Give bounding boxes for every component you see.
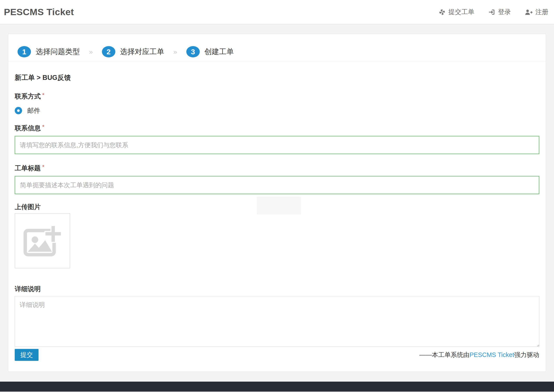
top-nav: 提交工单 登录 — [439, 7, 548, 16]
contact-info-label: 联系信息* — [15, 124, 539, 133]
contact-method-radio-email[interactable]: 邮件 — [15, 106, 539, 115]
pinwheel-icon — [439, 9, 446, 16]
ticket-title-input[interactable] — [15, 176, 539, 194]
sign-in-icon — [488, 9, 495, 16]
nav-item-register[interactable]: 注册 — [525, 7, 548, 16]
step-1-badge: 1 — [18, 46, 31, 57]
step-3: 3 创建工单 — [186, 46, 234, 57]
ticket-title-label-text: 工单标题 — [15, 165, 41, 172]
stepper: 1 选择问题类型 » 2 选择对应工单 » 3 创建工单 — [8, 34, 546, 62]
radio-email-label: 邮件 — [27, 106, 40, 115]
contact-method-label: 联系方式* — [15, 92, 539, 101]
detail-label: 详细说明 — [15, 285, 539, 293]
step-2-badge: 2 — [102, 46, 115, 57]
nav-label-submit-ticket: 提交工单 — [448, 7, 474, 16]
image-plus-icon — [23, 224, 62, 258]
step-separator: » — [89, 48, 93, 56]
upload-file-control[interactable] — [257, 197, 301, 215]
contact-info-input[interactable] — [15, 136, 539, 154]
nav-item-submit-ticket[interactable]: 提交工单 — [439, 7, 474, 16]
breadcrumb: 新工单 > BUG反馈 — [15, 73, 539, 82]
nav-item-login[interactable]: 登录 — [488, 7, 511, 16]
powered-by-suffix: 强力驱动 — [514, 351, 539, 358]
ticket-form-card: 1 选择问题类型 » 2 选择对应工单 » 3 创建工单 新工单 > BUG反馈… — [8, 34, 546, 372]
step-2-label: 选择对应工单 — [120, 47, 164, 57]
bottom-footer-bar — [0, 382, 554, 392]
site-title: PESCMS Ticket — [4, 7, 74, 17]
submit-button[interactable]: 提交 — [15, 349, 39, 361]
step-1-label: 选择问题类型 — [36, 47, 80, 57]
step-separator: » — [173, 48, 177, 56]
header: PESCMS Ticket 提交工单 — [0, 0, 554, 24]
required-asterisk: * — [42, 164, 44, 170]
contact-info-label-text: 联系信息 — [15, 125, 41, 132]
detail-textarea[interactable] — [15, 296, 539, 347]
powered-by-text: ——本工单系统由PESCMS Ticket强力驱动 — [419, 351, 539, 359]
step-3-label: 创建工单 — [205, 47, 234, 57]
submit-row: 提交 ——本工单系统由PESCMS Ticket强力驱动 — [15, 349, 539, 361]
step-1: 1 选择问题类型 — [18, 46, 80, 57]
nav-label-login: 登录 — [498, 7, 511, 16]
required-asterisk: * — [42, 92, 44, 98]
ticket-title-label: 工单标题* — [15, 164, 539, 173]
nav-label-register: 注册 — [535, 7, 548, 16]
powered-by-prefix: ——本工单系统由 — [419, 351, 470, 358]
required-asterisk: * — [42, 124, 44, 130]
user-plus-icon — [525, 9, 533, 15]
upload-image-button[interactable] — [15, 213, 70, 268]
step-3-badge: 3 — [186, 46, 200, 57]
contact-method-label-text: 联系方式 — [15, 93, 41, 100]
step-2: 2 选择对应工单 — [102, 46, 164, 57]
radio-selected-icon[interactable] — [15, 107, 22, 114]
powered-by-link[interactable]: PESCMS Ticket — [470, 351, 514, 358]
form-content: 新工单 > BUG反馈 联系方式* 邮件 联系信息* 工单标题* 上传图片 — [8, 73, 546, 361]
